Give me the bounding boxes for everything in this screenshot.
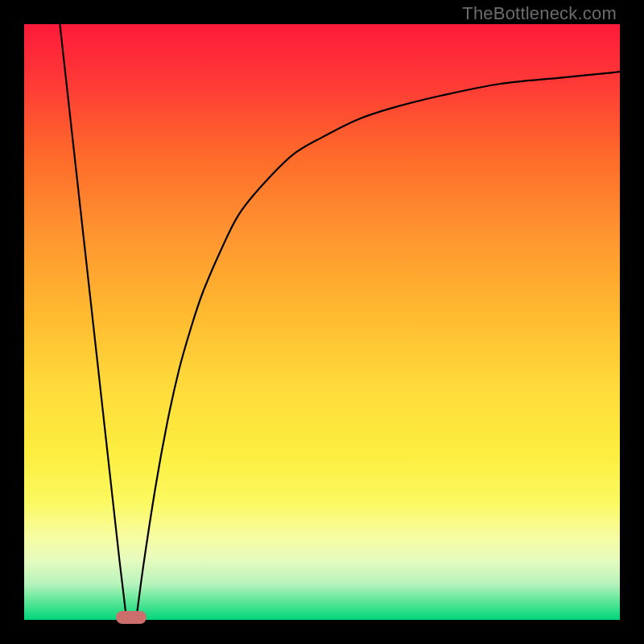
curve-right	[136, 72, 620, 620]
optimal-marker	[116, 611, 147, 624]
watermark-text: TheBottleneck.com	[462, 3, 617, 24]
plot-area	[24, 24, 620, 620]
curve-layer	[24, 24, 620, 620]
curve-left	[60, 24, 126, 620]
